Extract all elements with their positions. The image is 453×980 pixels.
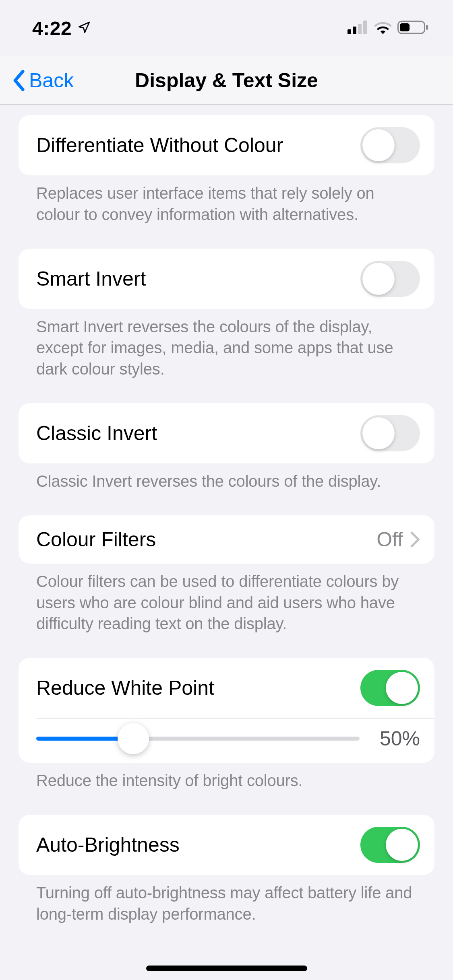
group-colour-filters: Colour Filters Off Colour filters can be… [19, 515, 434, 634]
group-differentiate: Differentiate Without Colour Replaces us… [19, 115, 434, 225]
group-auto-brightness: Auto-Brightness Turning off auto-brightn… [19, 815, 434, 925]
colour-filters-label: Colour Filters [36, 528, 156, 551]
group-smart-invert: Smart Invert Smart Invert reverses the c… [19, 249, 434, 380]
classic-invert-label: Classic Invert [36, 422, 157, 445]
svg-rect-1 [353, 27, 356, 34]
row-smart-invert[interactable]: Smart Invert [19, 249, 434, 309]
row-auto-brightness[interactable]: Auto-Brightness [19, 815, 434, 875]
auto-brightness-footer: Turning off auto-brightness may affect b… [19, 875, 434, 925]
wifi-icon [373, 21, 393, 36]
white-point-slider[interactable] [36, 727, 360, 751]
reduce-white-point-toggle[interactable] [360, 670, 420, 706]
reduce-white-point-label: Reduce White Point [36, 676, 214, 700]
back-button[interactable]: Back [12, 69, 74, 92]
smart-invert-label: Smart Invert [36, 267, 146, 290]
status-bar: 4:22 [0, 0, 453, 56]
row-reduce-white-point[interactable]: Reduce White Point [19, 658, 434, 718]
group-reduce-white-point: Reduce White Point 50% Reduce the intens… [19, 658, 434, 791]
group-classic-invert: Classic Invert Classic Invert reverses t… [19, 403, 434, 492]
smart-invert-footer: Smart Invert reverses the colours of the… [19, 309, 434, 380]
svg-rect-2 [358, 24, 362, 34]
nav-bar: Back Display & Text Size [0, 56, 453, 105]
back-label: Back [29, 69, 74, 92]
chevron-right-icon [410, 531, 420, 548]
differentiate-footer: Replaces user interface items that rely … [19, 175, 434, 225]
svg-rect-3 [363, 21, 367, 34]
svg-rect-6 [426, 25, 428, 30]
cellular-icon [348, 21, 368, 36]
classic-invert-toggle[interactable] [360, 415, 420, 451]
battery-icon [397, 20, 429, 36]
colour-filters-footer: Colour filters can be used to differenti… [19, 564, 434, 634]
chevron-left-icon [12, 70, 27, 91]
colour-filters-value: Off [376, 528, 403, 551]
settings-content: Differentiate Without Colour Replaces us… [0, 115, 453, 925]
white-point-slider-value: 50% [372, 727, 420, 750]
differentiate-label: Differentiate Without Colour [36, 134, 283, 157]
row-classic-invert[interactable]: Classic Invert [19, 403, 434, 463]
status-clock: 4:22 [32, 17, 72, 39]
status-right [348, 20, 429, 36]
row-colour-filters[interactable]: Colour Filters Off [19, 515, 434, 564]
smart-invert-toggle[interactable] [360, 261, 420, 297]
svg-rect-0 [348, 29, 351, 34]
auto-brightness-label: Auto-Brightness [36, 833, 180, 856]
reduce-white-point-footer: Reduce the intensity of bright colours. [19, 763, 434, 791]
svg-rect-5 [400, 23, 410, 31]
location-icon [77, 21, 91, 36]
home-indicator[interactable] [146, 966, 307, 971]
differentiate-toggle[interactable] [360, 127, 420, 163]
row-differentiate-without-colour[interactable]: Differentiate Without Colour [19, 115, 434, 175]
status-left: 4:22 [32, 17, 91, 39]
auto-brightness-toggle[interactable] [360, 827, 420, 863]
row-white-point-slider: 50% [19, 719, 434, 763]
classic-invert-footer: Classic Invert reverses the colours of t… [19, 463, 434, 492]
